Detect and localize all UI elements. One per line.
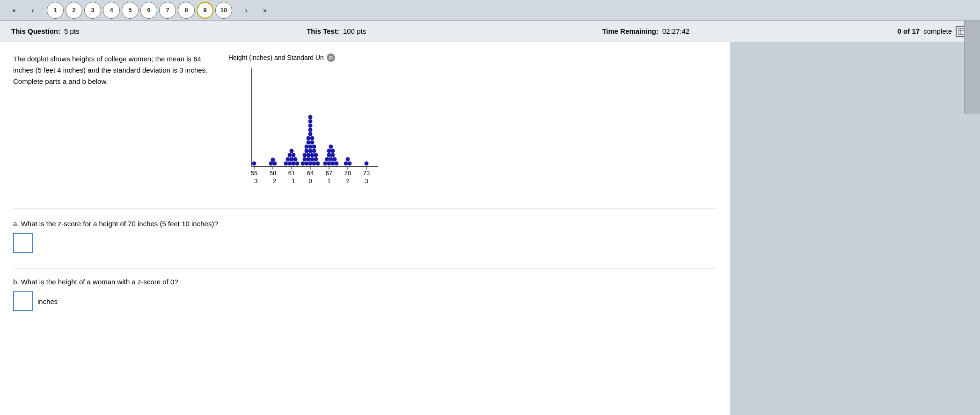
svg-point-32: [292, 162, 296, 166]
svg-point-29: [271, 158, 275, 162]
svg-point-72: [325, 157, 329, 162]
svg-point-26: [252, 162, 256, 166]
svg-point-39: [290, 149, 294, 153]
svg-point-41: [305, 162, 309, 166]
svg-point-55: [312, 149, 316, 153]
part-b-input[interactable]: [13, 291, 33, 311]
test-points: This Test: 100 pts: [307, 27, 602, 35]
question-pts: 5 pts: [64, 27, 80, 35]
svg-point-83: [365, 162, 369, 166]
svg-text:0: 0: [308, 178, 312, 185]
page-button-4[interactable]: 4: [103, 2, 120, 19]
last-page-button[interactable]: »: [256, 2, 273, 19]
page-button-6[interactable]: 6: [140, 2, 157, 19]
page-button-5[interactable]: 5: [122, 2, 139, 19]
svg-text:64: 64: [307, 170, 314, 177]
svg-point-34: [286, 157, 290, 162]
navigation-bar: « ‹ 1 2 3 4 5 6 7 8 9 10 › »: [0, 0, 980, 21]
page-button-7[interactable]: 7: [159, 2, 176, 19]
svg-text:58: 58: [270, 170, 276, 177]
question-text: The dotplot shows heights of college wom…: [13, 53, 210, 87]
svg-point-35: [290, 157, 294, 162]
chart-area: Height (inches) and Standard Un ⚙ 55 58 …: [228, 53, 717, 197]
page-button-1[interactable]: 1: [47, 2, 64, 19]
question-label: This Question:: [11, 27, 60, 35]
svg-point-78: [331, 149, 335, 153]
dotplot-container: 55 58 61 64 67 70 73 −3 −2 −1 0 1 2 3: [228, 64, 388, 197]
svg-point-46: [307, 157, 311, 162]
svg-point-42: [308, 162, 313, 166]
svg-point-66: [308, 119, 313, 124]
right-side-panel: [964, 21, 980, 114]
svg-point-54: [308, 149, 313, 153]
svg-point-33: [295, 162, 300, 166]
part-a-input[interactable]: [13, 233, 33, 253]
svg-point-36: [293, 157, 298, 162]
svg-point-48: [314, 157, 318, 162]
svg-point-56: [305, 145, 309, 149]
svg-text:−1: −1: [288, 178, 295, 185]
svg-text:67: 67: [326, 170, 332, 177]
svg-point-30: [284, 162, 288, 166]
page-button-8[interactable]: 8: [178, 2, 195, 19]
svg-point-57: [308, 145, 313, 149]
svg-point-47: [310, 157, 314, 162]
time-value: 02:27:42: [662, 27, 689, 35]
svg-text:2: 2: [346, 178, 349, 185]
svg-point-68: [323, 162, 328, 166]
part-b-label: b. What is the height of a woman with a …: [13, 278, 717, 286]
part-b-answer-row: inches: [13, 291, 717, 311]
svg-text:1: 1: [327, 178, 330, 185]
complete-label: complete: [923, 27, 952, 35]
part-b-section: b. What is the height of a woman with a …: [13, 278, 717, 311]
header-bar: This Question: 5 pts This Test: 100 pts …: [0, 21, 980, 42]
svg-point-70: [331, 162, 335, 166]
svg-point-28: [273, 162, 277, 166]
prev-page-button[interactable]: ‹: [24, 2, 41, 19]
svg-text:−2: −2: [270, 178, 277, 185]
svg-point-50: [307, 153, 311, 157]
question-top-section: The dotplot shows heights of college wom…: [13, 53, 717, 208]
svg-point-37: [288, 153, 292, 157]
svg-point-58: [312, 145, 316, 149]
svg-point-81: [348, 162, 352, 166]
next-page-button[interactable]: ›: [238, 2, 255, 19]
question-description: The dotplot shows heights of college wom…: [13, 53, 210, 197]
inches-label: inches: [37, 297, 58, 305]
page-button-2[interactable]: 2: [66, 2, 82, 19]
svg-point-45: [303, 157, 307, 162]
svg-text:73: 73: [363, 170, 370, 177]
progress-area: 0 of 17 complete: [898, 26, 969, 37]
first-page-button[interactable]: «: [6, 2, 22, 19]
main-content: The dotplot shows heights of college wom…: [0, 42, 730, 415]
chart-settings-icon[interactable]: ⚙: [327, 53, 335, 62]
svg-text:−3: −3: [251, 178, 258, 185]
separator: [13, 268, 717, 268]
svg-text:70: 70: [344, 170, 351, 177]
svg-point-59: [307, 141, 311, 145]
svg-point-82: [346, 157, 350, 162]
svg-point-51: [310, 153, 314, 157]
page-button-10[interactable]: 10: [215, 2, 232, 19]
svg-text:3: 3: [365, 178, 368, 185]
svg-point-61: [307, 136, 311, 141]
svg-point-74: [333, 157, 337, 162]
svg-point-31: [288, 162, 292, 166]
question-points: This Question: 5 pts: [11, 27, 307, 35]
svg-point-64: [308, 128, 313, 132]
test-label: This Test:: [307, 27, 339, 35]
page-button-9[interactable]: 9: [197, 2, 213, 19]
svg-point-79: [329, 145, 333, 149]
svg-point-62: [310, 136, 314, 141]
chart-title: Height (inches) and Standard Un ⚙: [228, 53, 335, 62]
svg-point-53: [305, 149, 309, 153]
part-a-answer-row: [13, 233, 717, 253]
svg-point-38: [292, 153, 296, 157]
svg-text:61: 61: [288, 170, 295, 177]
svg-point-43: [312, 162, 316, 166]
svg-point-76: [331, 153, 335, 157]
progress-label: 0 of 17: [898, 27, 920, 35]
time-remaining: Time Remaining: 02:27:42: [602, 27, 897, 35]
page-button-3[interactable]: 3: [84, 2, 101, 19]
svg-point-63: [308, 132, 313, 136]
